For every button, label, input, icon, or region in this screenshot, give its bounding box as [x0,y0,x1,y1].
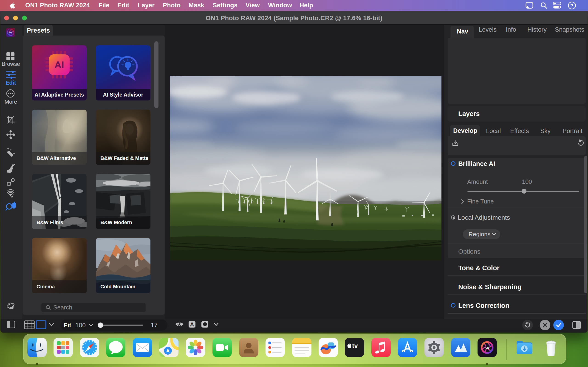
svg-text:tv: tv [352,342,358,349]
svg-text:ON: ON [9,31,12,33]
svg-text:AI: AI [54,59,64,70]
svg-text:ON: ON [485,347,489,349]
